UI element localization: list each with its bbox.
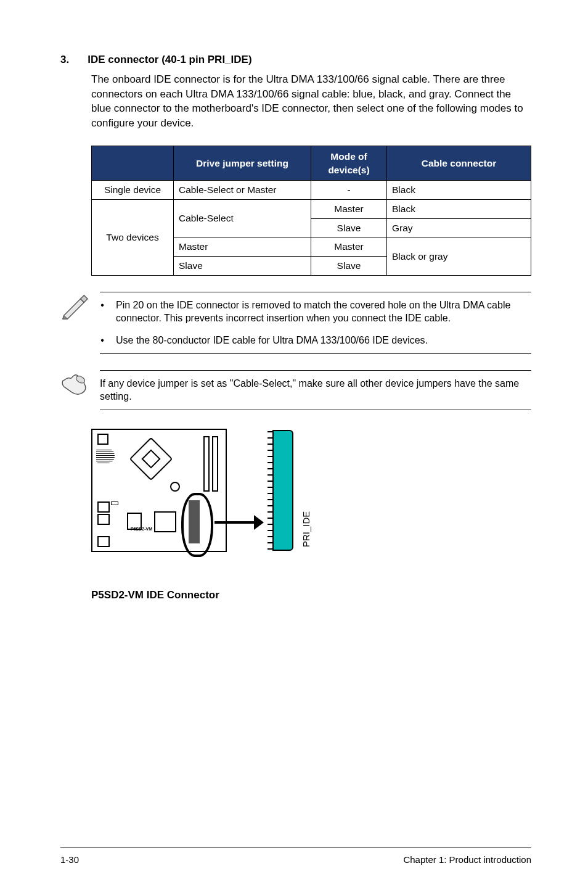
note-bullet-text: Pin 20 on the IDE connector is removed t… [116, 299, 528, 325]
table-row: Single device Cable-Select or Master - B… [92, 181, 531, 200]
page-footer: 1-30 Chapter 1: Product introduction [60, 848, 531, 866]
cell: Master [311, 200, 387, 219]
corner-box [97, 434, 108, 445]
chip-icon [154, 511, 176, 532]
pri-ide-label: PRI_IDE [300, 511, 312, 547]
note-block-pencil: • Pin 20 on the IDE connector is removed… [60, 292, 531, 354]
cell: Gray [387, 218, 531, 237]
connector-pins [267, 431, 272, 550]
cell: Slave [311, 218, 387, 237]
table-row: Two devices Cable-Select Master Black [92, 200, 531, 219]
note-text-bold: 133/100/66 [321, 335, 370, 345]
note-text: If any device jumper is set as "Cable-Se… [100, 377, 528, 403]
diagram-caption: P5SD2-VM IDE Connector [91, 588, 531, 603]
heading-number: 3. [60, 52, 69, 67]
cpu-socket-icon [129, 437, 173, 481]
cell: - [311, 181, 387, 200]
cell: Black [387, 200, 531, 219]
hand-pointing-icon [60, 370, 89, 410]
note-text-part: Use the 80-conductor IDE cable for Ultra… [116, 335, 321, 345]
note-content: • Pin 20 on the IDE connector is removed… [100, 292, 531, 354]
arrow-icon [214, 515, 264, 530]
pencil-icon [60, 292, 89, 354]
chip-icon [97, 536, 110, 547]
caption-rest: IDE Connector [144, 589, 219, 601]
ram-slot [203, 436, 210, 492]
motherboard-outline: P5SD2-VM [91, 429, 227, 552]
col-header-cable: Cable connector [387, 146, 531, 180]
cell: Slave [174, 257, 311, 276]
col-header-drive: Drive jumper setting [174, 146, 311, 180]
page-number: 1-30 [60, 853, 79, 866]
cell: Master [311, 237, 387, 257]
ram-slots [203, 436, 218, 492]
caption-model: P5SD2-VM [91, 589, 144, 601]
cell: Cable-Select or Master [174, 181, 311, 200]
note-text-part: IDE devices. [370, 335, 428, 345]
heading-title: IDE connector (40-1 pin PRI_IDE) [88, 52, 251, 67]
table-header-row: Drive jumper setting Mode of device(s) C… [92, 146, 531, 180]
cpu-inner [141, 449, 160, 468]
ide-connector-onboard [189, 500, 200, 543]
note-block-hand: If any device jumper is set as "Cable-Se… [60, 370, 531, 410]
col-header-mode: Mode of device(s) [311, 146, 387, 180]
cell: Two devices [92, 200, 174, 276]
description-paragraph: The onboard IDE connector is for the Ult… [91, 72, 531, 131]
cell: Slave [311, 257, 387, 276]
bullet-dot: • [100, 334, 105, 347]
io-hatch [96, 448, 115, 463]
mount-hole [170, 482, 180, 492]
ide-connector-enlarged [272, 430, 293, 551]
col-header-blank [92, 146, 174, 180]
cell: Master [174, 237, 311, 257]
chip-icon [97, 514, 110, 525]
cell: Black [387, 181, 531, 200]
ram-slot [212, 436, 218, 492]
cell: Single device [92, 181, 174, 200]
note-content: If any device jumper is set as "Cable-Se… [100, 370, 531, 410]
chip-icon [97, 501, 110, 513]
bullet-dot: • [100, 299, 105, 325]
chip-icon [111, 501, 118, 505]
note-bullet-text: Use the 80-conductor IDE cable for Ultra… [116, 334, 428, 347]
cell: Cable-Select [174, 200, 311, 237]
board-model-label: P5SD2-VM [131, 526, 152, 532]
chapter-label: Chapter 1: Product introduction [403, 853, 531, 866]
jumper-settings-table: Drive jumper setting Mode of device(s) C… [91, 146, 531, 276]
board-diagram: P5SD2-VM PRI_IDE [91, 426, 338, 587]
cell: Black or gray [387, 237, 531, 275]
section-heading: 3. IDE connector (40-1 pin PRI_IDE) [60, 52, 531, 67]
